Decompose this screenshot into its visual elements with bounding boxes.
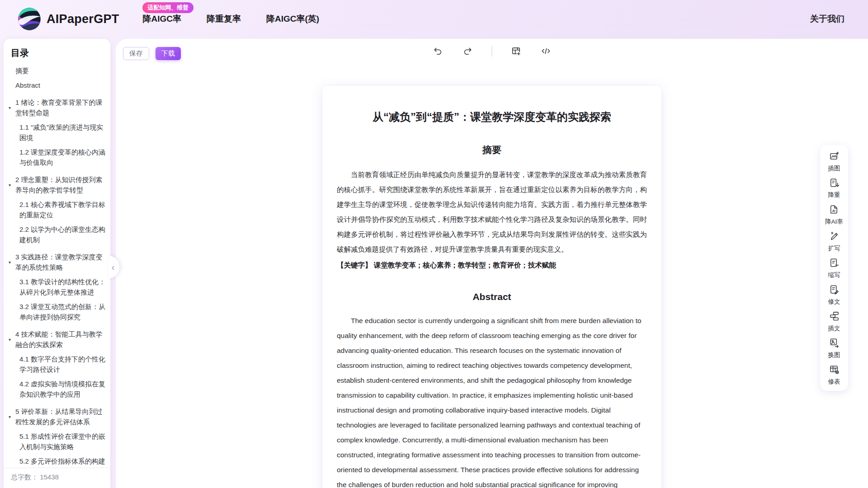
- code-icon[interactable]: [540, 45, 552, 57]
- abstract-zh-paragraph[interactable]: 当前教育领域正经历由单纯减负向质量提升的显著转变，课堂教学的深度改革成为推动素质…: [337, 167, 647, 257]
- insert-image-icon: [829, 151, 840, 163]
- compat-badge: 适配知网、维普: [142, 2, 193, 13]
- brand[interactable]: AIPaperGPT: [17, 7, 119, 31]
- revise-text-icon: [829, 284, 840, 296]
- nav-menu: 适配知网、维普 降AIGC率 降重复率 降AIGC率(英): [143, 13, 320, 25]
- toc-item[interactable]: ▾ 1.1 “减负”政策的演进与现实困境: [4, 122, 110, 143]
- tool-expand-writing[interactable]: 扩写: [828, 231, 840, 253]
- ai-tool-panel: 插图 降重 AI 降AI率 扩写 缩写 修文 插文: [820, 145, 848, 391]
- toc-item[interactable]: ▾ 3.1 教学设计的结构性优化：从碎片化到单元整体推进: [4, 277, 110, 297]
- toolbar-divider: [492, 46, 492, 56]
- insert-table-icon[interactable]: [510, 45, 522, 57]
- document-page[interactable]: 从“减负”到“提质”：课堂教学深度变革的实践探索 摘要 当前教育领域正经历由单纯…: [322, 86, 661, 488]
- reduce-duplication-icon: [829, 178, 840, 190]
- collapse-caret-icon[interactable]: ▾: [9, 257, 11, 267]
- nav-item-reduce-duplication[interactable]: 降重复率: [207, 13, 241, 25]
- toc-item[interactable]: ▾ 4.2 虚拟实验与情境模拟在复杂知识教学中的应用: [4, 379, 110, 399]
- toc-item[interactable]: ▾ 2.1 核心素养视域下教学目标的重新定位: [4, 199, 110, 220]
- undo-icon[interactable]: [432, 45, 444, 57]
- document-area: 从“减负”到“提质”：课堂教学深度变革的实践探索 摘要 当前教育领域正经历由单纯…: [116, 68, 868, 488]
- expand-writing-icon: [829, 231, 840, 243]
- tool-revise-table[interactable]: 修表: [828, 364, 840, 386]
- paper-title[interactable]: 从“减负”到“提质”：课堂教学深度变革的实践探索: [337, 109, 647, 125]
- nav-item-reduce-aigc[interactable]: 适配知网、维普 降AIGC率: [143, 13, 182, 25]
- shorten-writing-icon: [829, 258, 840, 270]
- tool-replace-image[interactable]: 换图: [828, 338, 840, 359]
- toc-item[interactable]: ▾ Abstract: [4, 80, 110, 90]
- toc-sidebar: 目录 ▾ 摘要 ▾ Abstract ▾ 1 绪论：教育变革背景下的课堂转型命题…: [4, 39, 110, 488]
- aipapergpt-logo-icon: [17, 7, 42, 31]
- toc-item[interactable]: ▾ 1.2 课堂深度变革的核心内涵与价值取向: [4, 147, 110, 168]
- chevron-left-icon: ‹: [112, 262, 115, 272]
- nav-item-about-us[interactable]: 关于我们: [810, 13, 844, 25]
- nav-item-reduce-aigc-en[interactable]: 降AIGC率(英): [266, 13, 319, 25]
- collapse-caret-icon[interactable]: ▾: [9, 412, 11, 422]
- toc-item[interactable]: ▾ 5 评价革新：从结果导向到过程性发展的多元评估体系: [4, 406, 110, 427]
- abstract-en-heading[interactable]: Abstract: [337, 291, 647, 302]
- revise-table-icon: [829, 364, 840, 376]
- toolbar-icon-group: [432, 45, 552, 57]
- top-navbar: AIPaperGPT 适配知网、维普 降AIGC率 降重复率 降AIGC率(英)…: [0, 0, 868, 38]
- word-count-label: 总字数：: [11, 473, 38, 481]
- abstract-en-paragraph[interactable]: The education sector is currently underg…: [337, 313, 647, 488]
- collapse-caret-icon[interactable]: ▾: [9, 334, 11, 345]
- editor-toolbar: 保存 下载: [116, 39, 868, 62]
- brand-name: AIPaperGPT: [47, 12, 119, 26]
- tool-shorten-writing[interactable]: 缩写: [828, 258, 840, 279]
- toc-item[interactable]: ▾ 2.2 以学为中心的课堂生态构建机制: [4, 224, 110, 245]
- toc-title: 目录: [4, 39, 110, 63]
- toc-item[interactable]: ▾ 4.1 数字平台支持下的个性化学习路径设计: [4, 354, 110, 375]
- toc-list: ▾ 摘要 ▾ Abstract ▾ 1 绪论：教育变革背景下的课堂转型命题 ▾ …: [4, 63, 110, 468]
- redo-icon[interactable]: [462, 45, 474, 57]
- toc-item[interactable]: ▾ 1 绪论：教育变革背景下的课堂转型命题: [4, 97, 110, 118]
- toc-item[interactable]: ▾ 5.1 形成性评价在课堂中的嵌入机制与实施策略: [4, 431, 110, 452]
- tool-revise-text[interactable]: 修文: [828, 284, 840, 306]
- tool-insert-text[interactable]: 插文: [828, 311, 840, 333]
- download-button[interactable]: 下载: [156, 47, 181, 60]
- collapse-caret-icon[interactable]: ▾: [9, 103, 11, 113]
- toc-item[interactable]: ▾ 2 理念重塑：从知识传授到素养导向的教学哲学转型: [4, 174, 110, 195]
- toc-item[interactable]: ▾ 摘要: [4, 66, 110, 76]
- toc-item[interactable]: ▾ 5.2 多元评价指标体系的构建与校本化落地: [4, 456, 110, 468]
- reduce-ai-rate-icon: AI: [829, 204, 839, 216]
- toc-item[interactable]: ▾ 3 实践路径：课堂教学深度变革的系统性策略: [4, 252, 110, 272]
- save-button[interactable]: 保存: [123, 47, 149, 60]
- svg-text:AI: AI: [832, 209, 835, 213]
- tool-insert-image[interactable]: 插图: [828, 151, 840, 173]
- word-count: 总字数： 15438: [4, 468, 110, 488]
- toc-item[interactable]: ▾ 4 技术赋能：智能工具与教学融合的实践探索: [4, 329, 110, 350]
- abstract-zh-heading[interactable]: 摘要: [337, 144, 647, 156]
- tool-reduce-ai-rate[interactable]: AI 降AI率: [825, 204, 843, 226]
- editor-panel: 保存 下载 从“减负”到“提质”：课堂教学深度变革的实践探索 摘要 当前教育领域…: [116, 39, 868, 488]
- keywords-zh[interactable]: 【关键字】 课堂教学变革；核心素养；教学转型；教育评价；技术赋能: [337, 258, 647, 272]
- insert-text-icon: [829, 311, 840, 323]
- word-count-value: 15438: [40, 473, 59, 481]
- replace-image-icon: [829, 338, 840, 350]
- tool-reduce-duplication[interactable]: 降重: [828, 178, 840, 199]
- toc-item[interactable]: ▾ 3.2 课堂互动范式的创新：从单向讲授到协同探究: [4, 301, 110, 322]
- collapse-caret-icon[interactable]: ▾: [9, 180, 11, 190]
